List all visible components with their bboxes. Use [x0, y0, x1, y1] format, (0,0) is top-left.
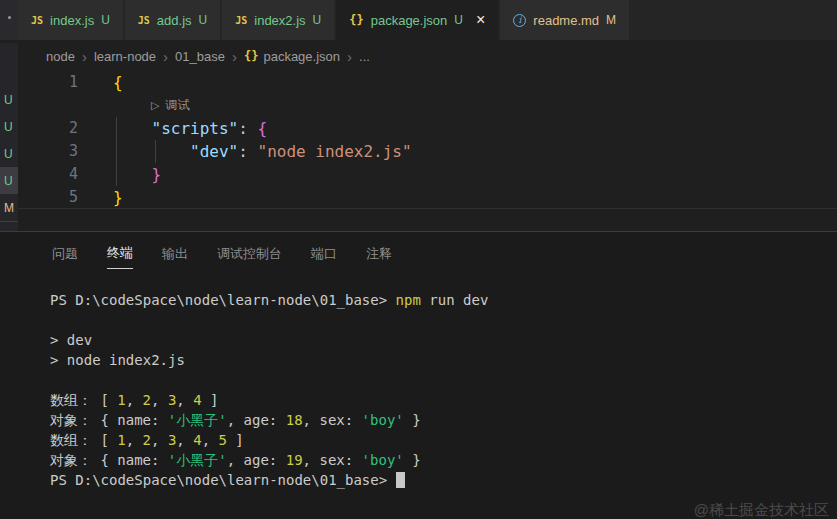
code-token: } [113, 188, 123, 207]
git-status-badge: U [313, 13, 322, 27]
indent-guide [155, 140, 156, 163]
terminal-line: > node index2.js [50, 350, 837, 370]
editor-tabs: JSindex.jsUJSadd.jsUJSindex2.jsU{}packag… [18, 0, 837, 40]
breadcrumb: node›learn-node›01_base›{}package.json›.… [18, 43, 837, 69]
code-indent [113, 142, 190, 161]
panel-tab-output[interactable]: 输出 [162, 240, 188, 269]
terminal-text: PS D:\codeSpace\node\learn-node\01_base> [50, 472, 396, 488]
tab-label: index2.js [254, 13, 305, 28]
code-line[interactable]: 1{ [18, 71, 837, 94]
terminal-line: 数组： [ 1, 2, 3, 4 ] [50, 390, 837, 410]
terminal-line: 对象： { name: '小黑子', age: 19, sex: 'boy' } [50, 450, 837, 470]
git-status-badge: U [454, 13, 463, 27]
git-status-untracked: U [4, 174, 13, 188]
sidebar-dot-icon [8, 16, 11, 19]
terminal-text: , [126, 432, 143, 448]
tab-label: index.js [50, 13, 94, 28]
code-text: { [113, 71, 123, 94]
chevron-right-icon: › [347, 48, 352, 65]
terminal-text: '小黑子' [168, 412, 227, 428]
code-line[interactable]: 3 "dev": "node index2.js" [18, 140, 837, 163]
code-line[interactable]: 2 "scripts": { [18, 117, 837, 140]
panel-tab-comments[interactable]: 注释 [366, 240, 392, 269]
tab-index-js[interactable]: JSindex.jsU [18, 0, 123, 40]
panel-tab-problems[interactable]: 问题 [52, 240, 78, 269]
panel-tab-terminal[interactable]: 终端 [107, 239, 133, 269]
close-icon[interactable]: × [476, 12, 485, 28]
terminal-text: 4 [193, 432, 201, 448]
terminal-text: , [176, 432, 193, 448]
line-number-gutter [18, 94, 78, 117]
terminal-line: PS D:\codeSpace\node\learn-node\01_base>… [50, 290, 837, 310]
terminal-text: 数组： [ [50, 432, 117, 448]
indent-guide [116, 117, 117, 140]
terminal-text: 'boy' [362, 452, 404, 468]
breadcrumb-item[interactable]: 01_base [175, 49, 225, 64]
line-number: 1 [18, 71, 78, 94]
terminal-text: ] [202, 392, 219, 408]
code-token: : [238, 119, 257, 138]
code-line[interactable]: 5} [18, 186, 837, 209]
code-text: } [113, 186, 123, 209]
tab-add-js[interactable]: JSadd.jsU [125, 0, 220, 40]
codelens-row: ▷调试 [18, 94, 837, 117]
terminal-text: 对象： { name: [50, 412, 168, 428]
terminal-text: , sex: [303, 452, 362, 468]
explorer-sliver: UUUUM [0, 43, 18, 231]
debug-play-icon[interactable]: ▷ [151, 94, 159, 117]
terminal-text: PS D:\codeSpace\node\learn-node\01_base> [50, 292, 396, 308]
git-status-badge: U [199, 13, 208, 27]
editor-tab-bar: JSindex.jsUJSadd.jsUJSindex2.jsU{}packag… [0, 0, 837, 40]
tab-label: add.js [157, 13, 192, 28]
explorer-item[interactable]: U [0, 113, 18, 140]
panel-tab-debug-console[interactable]: 调试控制台 [217, 240, 282, 269]
tab-readme-md[interactable]: ireadme.mdM [500, 0, 629, 40]
explorer-item[interactable]: U [0, 167, 18, 194]
line-number: 2 [18, 117, 78, 140]
terminal-text: 18 [286, 412, 303, 428]
terminal-text: > dev [50, 332, 92, 348]
terminal-text: , [202, 432, 219, 448]
terminal[interactable]: PS D:\codeSpace\node\learn-node\01_base>… [0, 276, 837, 490]
breadcrumb-item[interactable]: node [46, 49, 75, 64]
terminal-text: 数组： [ [50, 392, 117, 408]
terminal-text: } [404, 452, 421, 468]
code-editor[interactable]: 1{▷调试2 "scripts": {3 "dev": "node index2… [18, 71, 837, 209]
code-token: } [152, 165, 162, 184]
chevron-right-icon: › [82, 48, 87, 65]
json-file-icon: {} [349, 13, 363, 27]
code-text: "scripts": { [113, 117, 267, 140]
breadcrumb-label: node [46, 49, 75, 64]
breadcrumb-item[interactable]: learn-node [94, 49, 156, 64]
codelens-label: 调试 [165, 94, 189, 117]
explorer-item[interactable]: U [0, 140, 18, 167]
codelens-debug-link[interactable]: ▷调试 [151, 94, 189, 117]
terminal-text: ] [227, 432, 244, 448]
terminal-text: , [126, 392, 143, 408]
panel-tab-bar: 问题终端输出调试控制台端口注释 [0, 232, 837, 276]
code-text: } [113, 163, 161, 186]
explorer-item[interactable]: U [0, 86, 18, 113]
code-line[interactable]: 4 } [18, 163, 837, 186]
json-file-icon: {} [244, 49, 258, 63]
code-token: : [238, 142, 257, 161]
explorer-item[interactable]: M [0, 194, 18, 221]
code-token: "node index2.js" [258, 142, 412, 161]
indent-guide [116, 163, 117, 186]
breadcrumb-item[interactable]: ... [359, 49, 370, 64]
breadcrumb-item[interactable]: {}package.json [244, 49, 340, 64]
terminal-text: , age: [227, 412, 286, 428]
terminal-line: > dev [50, 330, 837, 350]
terminal-text: npm [396, 292, 421, 308]
breadcrumb-label: package.json [263, 49, 340, 64]
js-file-icon: JS [31, 15, 43, 26]
tab-package-json[interactable]: {}package.jsonU× [336, 0, 498, 40]
terminal-text: , [151, 432, 168, 448]
terminal-text: 4 [193, 392, 201, 408]
sliver-divider [0, 221, 18, 222]
terminal-text: 1 [117, 392, 125, 408]
git-status-untracked: U [4, 120, 13, 134]
tab-index2-js[interactable]: JSindex2.jsU [222, 0, 334, 40]
tab-label: readme.md [533, 13, 599, 28]
panel-tab-ports[interactable]: 端口 [311, 240, 337, 269]
